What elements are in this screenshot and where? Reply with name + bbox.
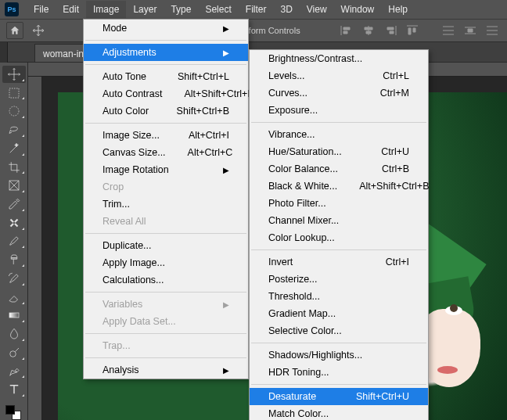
adjust-menu-color-balance[interactable]: Color Balance...Ctrl+B xyxy=(250,160,428,178)
tool-history-brush[interactable] xyxy=(2,270,26,287)
tool-blur[interactable] xyxy=(2,325,26,343)
tool-eraser[interactable] xyxy=(2,289,26,306)
adjust-menu-posterize[interactable]: Posterize... xyxy=(250,271,428,288)
menu-select[interactable]: Select xyxy=(198,1,238,18)
adjust-menu-shadows-highlights[interactable]: Shadows/Highlights... xyxy=(250,346,428,364)
image-menu-adjustments[interactable]: Adjustments▶ xyxy=(84,44,248,61)
submenu-arrow-icon: ▶ xyxy=(223,166,229,174)
adjust-menu-hdr-toning[interactable]: HDR Toning... xyxy=(250,364,428,381)
image-menu-auto-color[interactable]: Auto ColorShift+Ctrl+B xyxy=(84,102,248,120)
distribute-top-button[interactable] xyxy=(440,23,457,38)
vertical-ruler[interactable] xyxy=(28,77,42,420)
tool-dodge[interactable] xyxy=(2,344,26,361)
adjust-menu-color-lookup[interactable]: Color Lookup... xyxy=(250,229,428,246)
adjust-menu-photo-filter[interactable]: Photo Filter... xyxy=(250,195,428,212)
move-tool-indicator[interactable] xyxy=(30,22,47,39)
image-menu-separator xyxy=(85,233,246,234)
adjust-menu-invert[interactable]: InvertCtrl+I xyxy=(250,253,428,271)
image-menu-trim[interactable]: Trim... xyxy=(84,196,248,213)
svg-rect-4 xyxy=(9,313,19,318)
image-menu-mode[interactable]: Mode▶ xyxy=(84,20,248,37)
image-menu-auto-tone[interactable]: Auto ToneShift+Ctrl+L xyxy=(84,68,248,85)
menu-edit[interactable]: Edit xyxy=(56,1,86,18)
menu-item-label: Desaturate xyxy=(268,391,334,402)
image-menu-analysis[interactable]: Analysis▶ xyxy=(84,361,248,379)
color-swatches[interactable] xyxy=(2,403,26,420)
align-hcenter-button[interactable] xyxy=(360,23,377,38)
tool-magic-wand[interactable] xyxy=(2,140,26,157)
adjust-menu-threshold[interactable]: Threshold... xyxy=(250,288,428,305)
menu-item-label: Mode xyxy=(102,23,223,34)
menu-window[interactable]: Window xyxy=(334,1,382,18)
adjust-menu-exposure[interactable]: Exposure... xyxy=(250,102,428,119)
menu-item-label: HDR Toning... xyxy=(268,367,409,378)
align-right-button[interactable] xyxy=(382,23,399,38)
image-menu-crop: Crop xyxy=(84,178,248,196)
adjust-menu-curves[interactable]: Curves...Ctrl+M xyxy=(250,84,428,102)
tool-crop[interactable] xyxy=(2,159,26,176)
image-menu-calculations[interactable]: Calculations... xyxy=(84,271,248,289)
tool-healing[interactable] xyxy=(2,214,26,232)
adjust-menu-match-color[interactable]: Match Color... xyxy=(250,405,428,420)
adjust-menu-vibrance[interactable]: Vibrance... xyxy=(250,126,428,143)
adjust-menu-desaturate[interactable]: DesaturateShift+Ctrl+U xyxy=(250,388,428,405)
move-icon xyxy=(32,24,45,37)
image-menu-separator xyxy=(85,123,246,124)
adjust-menu-channel-mixer[interactable]: Channel Mixer... xyxy=(250,212,428,229)
tool-pen[interactable] xyxy=(2,363,26,380)
image-menu-image-rotation[interactable]: Image Rotation▶ xyxy=(84,161,248,178)
adjust-menu-levels[interactable]: Levels...Ctrl+L xyxy=(250,67,428,84)
image-menu-canvas-size[interactable]: Canvas Size...Alt+Ctrl+C xyxy=(84,144,248,161)
menu-file[interactable]: File xyxy=(27,1,56,18)
image-menu-auto-contrast[interactable]: Auto ContrastAlt+Shift+Ctrl+L xyxy=(84,85,248,102)
image-menu-separator xyxy=(85,292,246,293)
document-tab-label: woman-in- xyxy=(43,48,87,59)
tool-marquee[interactable] xyxy=(2,84,26,102)
adjust-menu-black-white[interactable]: Black & White...Alt+Shift+Ctrl+B xyxy=(250,178,428,195)
tool-gradient[interactable] xyxy=(2,307,26,325)
tool-move[interactable] xyxy=(2,66,26,83)
menu-item-label: Shadows/Highlights... xyxy=(268,350,409,361)
marquee-icon xyxy=(7,86,21,100)
tool-frame[interactable] xyxy=(2,177,26,194)
align-top-button[interactable] xyxy=(404,23,421,38)
app-logo: Ps xyxy=(5,2,19,16)
menu-item-shortcut: Ctrl+U xyxy=(381,146,409,157)
image-menu-duplicate[interactable]: Duplicate... xyxy=(84,237,248,254)
align-top-icon xyxy=(406,25,419,36)
tool-type[interactable] xyxy=(2,381,26,398)
menu-view[interactable]: View xyxy=(300,1,334,18)
image-menu-image-size[interactable]: Image Size...Alt+Ctrl+I xyxy=(84,127,248,144)
align-left-button[interactable] xyxy=(338,23,355,38)
tool-eyedropper[interactable] xyxy=(2,196,26,213)
foreground-swatch[interactable] xyxy=(5,405,15,415)
menu-item-shortcut: Ctrl+L xyxy=(383,70,409,81)
adjust-menu-hue-saturation[interactable]: Hue/Saturation...Ctrl+U xyxy=(250,143,428,160)
menu-help[interactable]: Help xyxy=(381,1,415,18)
adjust-menu-brightness-contrast[interactable]: Brightness/Contrast... xyxy=(250,50,428,67)
align-hcenter-icon xyxy=(362,25,375,36)
submenu-arrow-icon: ▶ xyxy=(223,300,229,309)
menu-filter[interactable]: Filter xyxy=(239,1,274,18)
menu-item-label: Crop xyxy=(102,181,229,192)
tool-clone[interactable] xyxy=(2,251,26,268)
options-bar: nsform Controls xyxy=(0,19,507,42)
menu-type[interactable]: Type xyxy=(164,1,198,18)
menu-image[interactable]: Image xyxy=(86,1,126,18)
distribute-vcenter-button[interactable] xyxy=(462,23,479,38)
tool-brush[interactable] xyxy=(2,233,26,250)
tool-lasso[interactable] xyxy=(2,121,26,138)
brush-icon xyxy=(7,234,21,248)
history-brush-icon xyxy=(7,271,21,285)
image-menu-separator xyxy=(85,64,246,65)
adjustments-submenu: Brightness/Contrast...Levels...Ctrl+LCur… xyxy=(249,49,429,420)
menu-3d[interactable]: 3D xyxy=(273,1,299,18)
tool-ellipse-marquee[interactable] xyxy=(2,102,26,120)
image-menu-apply-image[interactable]: Apply Image... xyxy=(84,254,248,271)
home-button[interactable] xyxy=(6,22,23,39)
menu-layer[interactable]: Layer xyxy=(126,1,164,18)
adjust-menu-selective-color[interactable]: Selective Color... xyxy=(250,322,428,339)
distribute-bottom-button[interactable] xyxy=(484,23,501,38)
main-menubar: Ps FileEditImageLayerTypeSelectFilter3DV… xyxy=(0,0,507,19)
adjust-menu-gradient-map[interactable]: Gradient Map... xyxy=(250,305,428,322)
